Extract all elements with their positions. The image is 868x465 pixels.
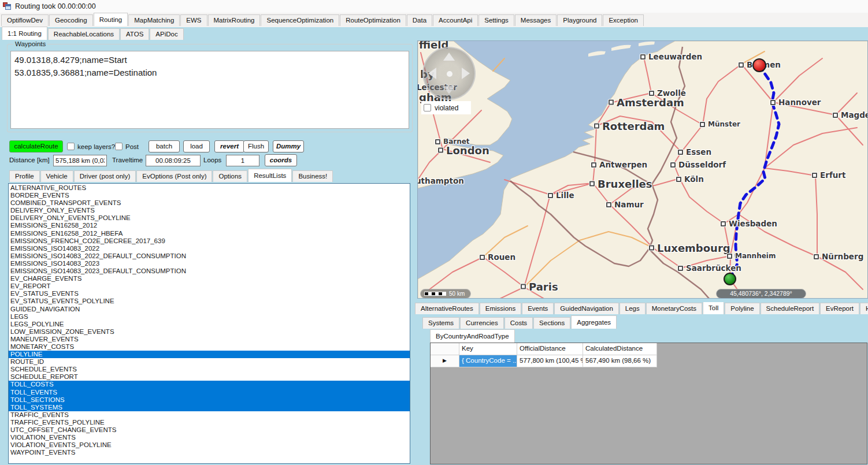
toll-tab-currencies[interactable]: Currencies bbox=[460, 317, 504, 329]
grid-cell-calculateddistance[interactable]: 567,490 km (98,66 %) bbox=[583, 355, 657, 367]
options-tab-vehicle[interactable]: Vehicle bbox=[40, 170, 73, 182]
map-canvas[interactable]: ffieldbyLeicesterghamBarnetLondonuthampt… bbox=[417, 40, 868, 299]
list-item-toll-systems[interactable]: TOLL_SYSTEMS bbox=[9, 404, 410, 411]
toll-tab-sections[interactable]: Sections bbox=[533, 317, 570, 329]
list-item-emissions-french-co2e-decree-2017-639[interactable]: EMISSIONS_FRENCH_CO2E_DECREE_2017_639 bbox=[9, 237, 410, 245]
options-tab-driver-post-only[interactable]: Driver (post only) bbox=[74, 170, 136, 182]
result-tab-alternativeroutes[interactable]: AlternativeRoutes bbox=[415, 303, 479, 314]
list-item-ev-charge-events[interactable]: EV_CHARGE_EVENTS bbox=[9, 275, 410, 282]
toll-tab-aggregates[interactable]: Aggregates bbox=[571, 315, 617, 329]
traveltime-field[interactable] bbox=[146, 155, 201, 166]
pan-center-icon[interactable] bbox=[447, 71, 452, 77]
coords-button[interactable]: coords bbox=[265, 154, 297, 166]
toll-tab-systems[interactable]: Systems bbox=[422, 317, 459, 329]
menu-tab-messages[interactable]: Messages bbox=[515, 14, 557, 26]
list-item-toll-costs[interactable]: TOLL_COSTS bbox=[9, 381, 410, 388]
waypoints-input[interactable]: 49.01318,8.4279;name=Start53.01835,9.368… bbox=[10, 51, 409, 129]
flush-button[interactable]: Flush bbox=[243, 140, 269, 152]
dummy-button[interactable]: Dummy bbox=[273, 140, 304, 152]
post-checkbox[interactable] bbox=[115, 143, 123, 150]
result-tab-events[interactable]: Events bbox=[522, 303, 554, 314]
pan-down-icon[interactable] bbox=[443, 86, 455, 94]
batch-button[interactable]: batch bbox=[149, 140, 180, 152]
result-tab-emissions[interactable]: Emissions bbox=[480, 303, 521, 314]
grid-header-key[interactable]: Key bbox=[459, 343, 517, 355]
list-item-border-events[interactable]: BORDER_EVENTS bbox=[9, 192, 410, 199]
result-tab-history[interactable]: HISTORY bbox=[860, 303, 868, 314]
pan-up-icon[interactable] bbox=[443, 53, 455, 61]
menu-tab-mapmatching[interactable]: MapMatching bbox=[128, 14, 180, 26]
list-item-guided-navigation[interactable]: GUIDED_NAVIGATION bbox=[9, 306, 410, 313]
options-tab-resultlists[interactable]: ResultLists bbox=[248, 169, 292, 182]
list-item-waypoint-events[interactable]: WAYPOINT_EVENTS bbox=[9, 449, 410, 456]
list-item-maneuver-events[interactable]: MANEUVER_EVENTS bbox=[9, 336, 410, 343]
list-item-emissions-iso14083-2022[interactable]: EMISSIONS_ISO14083_2022 bbox=[9, 245, 410, 252]
routing-tab-apidoc[interactable]: APiDoc bbox=[150, 28, 183, 40]
list-item-toll-sections[interactable]: TOLL_SECTIONS bbox=[9, 396, 410, 404]
result-tab-evreport[interactable]: EvReport bbox=[820, 303, 859, 314]
list-item-legs-polyline[interactable]: LEGS_POLYLINE bbox=[9, 321, 410, 328]
distance-field[interactable] bbox=[53, 155, 107, 166]
list-item-traffic-events[interactable]: TRAFFIC_EVENTS bbox=[9, 411, 410, 419]
menu-tab-geocoding[interactable]: Geocoding bbox=[49, 14, 93, 26]
destination-marker[interactable] bbox=[752, 58, 766, 72]
loops-field[interactable] bbox=[226, 155, 259, 166]
revert-button[interactable]: revert bbox=[214, 140, 244, 152]
list-item-emissions-iso14083-2023-default-consumption[interactable]: EMISSIONS_ISO14083_2023_DEFAULT_CONSUMPT… bbox=[9, 267, 410, 275]
list-item-violation-events-polyline[interactable]: VIOLATION_EVENTS_POLYLINE bbox=[9, 441, 410, 449]
options-tab-evoptions-post-only[interactable]: EvOptions (Post only) bbox=[136, 170, 212, 182]
list-item-legs[interactable]: LEGS bbox=[9, 313, 410, 321]
menu-tab-settings[interactable]: Settings bbox=[478, 14, 514, 26]
grid-header-calculateddistance[interactable]: CalculatedDistance bbox=[583, 343, 657, 355]
list-item-ev-status-events[interactable]: EV_STATUS_EVENTS bbox=[9, 290, 410, 297]
menu-tab-sequenceoptimization[interactable]: SequenceOptimization bbox=[261, 14, 339, 26]
list-item-schedule-events[interactable]: SCHEDULE_EVENTS bbox=[9, 366, 410, 373]
options-tab-options[interactable]: Options bbox=[213, 170, 247, 182]
list-item-ev-status-events-polyline[interactable]: EV_STATUS_EVENTS_POLYLINE bbox=[9, 297, 410, 305]
list-item-emissions-en16258-2012-hbefa[interactable]: EMISSIONS_EN16258_2012_HBEFA bbox=[9, 230, 410, 237]
keep-layers-label[interactable]: keep layers? bbox=[77, 143, 115, 150]
menu-tab-playground[interactable]: Playground bbox=[557, 14, 602, 26]
list-item-polyline[interactable]: POLYLINE bbox=[9, 351, 410, 358]
list-item-low-emission-zone-events[interactable]: LOW_EMISSION_ZONE_EVENTS bbox=[9, 328, 410, 336]
list-item-route-id[interactable]: ROUTE_ID bbox=[9, 358, 410, 366]
load-button[interactable]: load bbox=[183, 140, 210, 152]
result-tab-monetarycosts[interactable]: MonetaryCosts bbox=[646, 303, 702, 314]
menu-tab-accountapi[interactable]: AccountApi bbox=[433, 14, 478, 26]
list-item-emissions-iso14083-2022-default-consumption[interactable]: EMISSIONS_ISO14083_2022_DEFAULT_CONSUMPT… bbox=[9, 252, 410, 260]
list-item-alternative-routes[interactable]: ALTERNATIVE_ROUTES bbox=[9, 184, 410, 192]
list-item-toll-events[interactable]: TOLL_EVENTS bbox=[9, 389, 410, 396]
waypoint-line[interactable]: 53.01835,9.36881;name=Destination bbox=[14, 66, 405, 79]
keep-layers-checkbox[interactable] bbox=[67, 143, 75, 150]
routing-tab-reachablelocations[interactable]: ReachableLocations bbox=[48, 28, 120, 40]
row-selector-cell[interactable]: ▶ bbox=[431, 355, 459, 367]
list-item-ev-report[interactable]: EV_REPORT bbox=[9, 282, 410, 290]
menu-tab-ews[interactable]: EWS bbox=[180, 14, 207, 26]
menu-tab-routeoptimization[interactable]: RouteOptimization bbox=[340, 14, 406, 26]
routing-tab-atos[interactable]: ATOS bbox=[120, 28, 149, 40]
list-item-traffic-events-polyline[interactable]: TRAFFIC_EVENTS_POLYLINE bbox=[9, 419, 410, 426]
result-tab-legs[interactable]: Legs bbox=[620, 303, 646, 314]
list-item-violation-events[interactable]: VIOLATION_EVENTS bbox=[9, 434, 410, 441]
list-item-delivery-only-events-polyline[interactable]: DELIVERY_ONLY_EVENTS_POLYLINE bbox=[9, 214, 410, 222]
pan-left-icon[interactable] bbox=[428, 68, 436, 79]
toll-tab-costs[interactable]: Costs bbox=[505, 317, 533, 329]
result-tab-schedulereport[interactable]: ScheduleReport bbox=[761, 303, 819, 314]
list-item-combined-transport-events[interactable]: COMBINED_TRANSPORT_EVENTS bbox=[9, 199, 410, 207]
list-item-emissions-iso14083-2023[interactable]: EMISSIONS_ISO14083_2023 bbox=[9, 260, 410, 267]
menu-tab-matrixrouting[interactable]: MatrixRouting bbox=[208, 14, 261, 26]
list-item-utc-offset-change-events[interactable]: UTC_OFFSET_CHANGE_EVENTS bbox=[9, 426, 410, 434]
list-item-emissions-en16258-2012[interactable]: EMISSIONS_EN16258_2012 bbox=[9, 222, 410, 229]
menu-tab-data[interactable]: Data bbox=[407, 14, 432, 26]
result-tab-toll[interactable]: Toll bbox=[703, 302, 724, 314]
list-item-schedule-report[interactable]: SCHEDULE_REPORT bbox=[9, 373, 410, 381]
map-pan-control[interactable] bbox=[422, 47, 476, 100]
result-tab-polyline[interactable]: Polyline bbox=[725, 303, 759, 314]
menu-tab-optiflowdev[interactable]: OptiflowDev bbox=[1, 14, 49, 26]
table-row[interactable]: ▶{ CountryCode = ...577,800 km (100,45 %… bbox=[431, 355, 867, 367]
menu-tab-routing[interactable]: Routing bbox=[94, 13, 128, 26]
list-item-monetary-costs[interactable]: MONETARY_COSTS bbox=[9, 343, 410, 351]
violated-checkbox[interactable] bbox=[424, 104, 431, 111]
tab-bycountryandroadtype[interactable]: ByCountryAndRoadType bbox=[430, 329, 515, 343]
post-label[interactable]: Post bbox=[125, 143, 139, 150]
